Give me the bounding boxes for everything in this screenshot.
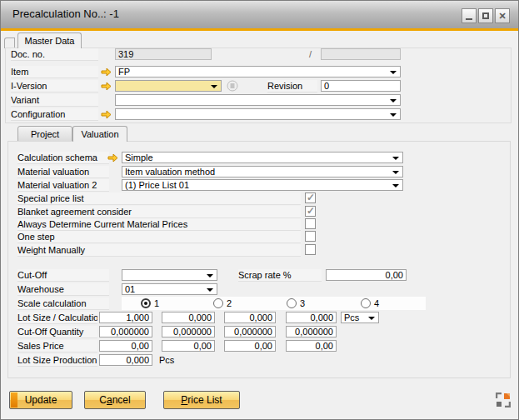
update-button-default-stripe: [11, 392, 17, 408]
variant-combo[interactable]: [115, 94, 401, 106]
i-version-combo[interactable]: [115, 80, 222, 92]
blanket-agreement-checkbox[interactable]: [305, 206, 316, 217]
scale-calculation-label: Scale calculation: [17, 298, 109, 310]
material-valuation-2-combo[interactable]: (1) Price List 01: [122, 179, 403, 191]
sales-price-label: Sales Price: [17, 340, 97, 352]
item-label: Item: [11, 66, 98, 78]
warehouse-combo[interactable]: 01: [122, 283, 217, 295]
scale-radio-3[interactable]: [287, 298, 297, 308]
cut-off-qty-field-1[interactable]: 0,000000: [99, 326, 152, 338]
scale-radio-1-label: 1: [154, 298, 159, 309]
doc-no-separator: /: [309, 48, 312, 60]
calculation-schema-label: Calculation schema: [17, 152, 109, 164]
i-version-label: I-Version: [11, 80, 98, 92]
always-determine-prices-checkbox[interactable]: [305, 218, 316, 229]
close-button[interactable]: ✕: [495, 8, 510, 23]
i-version-link-arrow-icon[interactable]: [101, 81, 112, 92]
scale-radio-4-label: 4: [374, 298, 379, 309]
lot-size-production-field[interactable]: 0,000: [99, 354, 152, 366]
tab-valuation-label: Valuation: [81, 129, 118, 139]
maximize-icon: [482, 12, 489, 19]
warehouse-label: Warehouse: [17, 283, 109, 296]
cancel-button[interactable]: Cancel: [84, 391, 146, 409]
cut-off-qty-field-2[interactable]: 0,000000: [162, 326, 215, 338]
update-button[interactable]: Update: [9, 391, 72, 409]
cut-off-quantity-label: Cut-Off Quantity: [17, 326, 97, 338]
material-valuation-combo[interactable]: Item valuation method: [122, 166, 403, 178]
scale-radio-2[interactable]: [213, 298, 223, 308]
item-link-arrow-icon[interactable]: [101, 67, 112, 78]
lot-size-field-1[interactable]: 1,000: [99, 312, 152, 323]
weight-manually-checkbox[interactable]: [305, 244, 316, 255]
one-step-label: One step: [17, 231, 301, 243]
lot-size-production-uom: Pcs: [159, 354, 174, 366]
doc-no-label: Doc. no.: [11, 48, 98, 61]
cut-off-combo[interactable]: [122, 269, 217, 281]
special-price-list-checkbox[interactable]: [305, 192, 316, 203]
title-bar[interactable]: Precalculation No..: -1 ✕: [1, 1, 518, 28]
tab-master-data[interactable]: Master Data: [17, 32, 82, 48]
weight-manually-label: Weight Manually: [17, 244, 301, 257]
configuration-combo[interactable]: [115, 108, 401, 120]
cut-off-qty-field-4[interactable]: 0,000000: [286, 326, 337, 338]
precalculation-window: Precalculation No..: -1 ✕ Master Data Do…: [0, 0, 519, 420]
sales-price-field-1[interactable]: 0,00: [99, 340, 152, 352]
revision-field[interactable]: 0: [321, 80, 401, 92]
sales-price-field-2[interactable]: 0,00: [162, 340, 215, 352]
item-combo[interactable]: FP: [115, 66, 401, 78]
minimize-icon: [466, 18, 472, 20]
close-icon: ✕: [498, 12, 506, 21]
cut-off-qty-field-3[interactable]: 0,000000: [224, 326, 276, 338]
lot-size-production-label: Lot Size Production: [17, 354, 97, 367]
always-determine-prices-label: Always Determine Current Material Prices: [17, 218, 301, 231]
configuration-label: Configuration: [11, 108, 98, 121]
scale-options-strip: [122, 297, 426, 310]
update-button-label: Update: [25, 394, 57, 406]
tab-project[interactable]: Project: [17, 126, 72, 142]
version-list-icon[interactable]: [227, 80, 238, 92]
maximize-button[interactable]: [478, 8, 493, 23]
calculation-schema-link-arrow-icon[interactable]: [107, 152, 118, 163]
price-list-button[interactable]: Price List: [163, 391, 240, 409]
scrap-rate-label: Scrap rate %: [238, 269, 322, 282]
material-valuation-2-label: Material valuation 2: [17, 179, 109, 192]
accent-gold-line: [1, 28, 518, 31]
tab-project-label: Project: [31, 129, 59, 139]
scale-radio-2-label: 2: [227, 298, 232, 309]
configuration-link-arrow-icon[interactable]: [101, 109, 112, 120]
variant-label: Variant: [11, 94, 98, 107]
lot-size-field-4[interactable]: 0,000: [286, 312, 337, 323]
lot-size-field-3[interactable]: 0,000: [224, 312, 276, 323]
cancel-button-label: Cancel: [99, 394, 130, 406]
tab-master-data-label: Master Data: [25, 36, 75, 46]
scrap-rate-field[interactable]: 0,00: [326, 269, 407, 281]
doc-no-field: 319: [115, 48, 212, 60]
special-price-list-label: Special price list: [17, 192, 301, 205]
lot-size-uom-combo[interactable]: Pcs: [341, 312, 379, 323]
scale-radio-4[interactable]: [361, 298, 371, 308]
minimize-button[interactable]: [462, 8, 477, 23]
revision-label: Revision: [267, 80, 317, 92]
window-title: Precalculation No..: -1: [12, 8, 119, 20]
calculation-schema-combo[interactable]: Simple: [122, 152, 403, 163]
blanket-agreement-label: Blanket agreement consider: [17, 206, 301, 218]
doc-no-field-2: [321, 48, 401, 60]
tab-valuation[interactable]: Valuation: [72, 126, 127, 142]
scale-radio-1[interactable]: [141, 298, 151, 308]
sales-price-field-4[interactable]: 0,00: [286, 340, 337, 352]
material-valuation-label: Material valuation: [17, 166, 109, 178]
scale-radio-3-label: 3: [300, 298, 305, 309]
cut-off-label: Cut-Off: [17, 269, 109, 282]
one-step-checkbox[interactable]: [305, 231, 316, 242]
lot-size-field-2[interactable]: 0,000: [162, 312, 215, 323]
sales-price-field-3[interactable]: 0,00: [224, 340, 276, 352]
form-resize-icon[interactable]: [496, 392, 511, 408]
lot-size-calculation-label: Lot Size / Calculation: [17, 312, 97, 324]
price-list-button-label: Price List: [181, 394, 222, 406]
